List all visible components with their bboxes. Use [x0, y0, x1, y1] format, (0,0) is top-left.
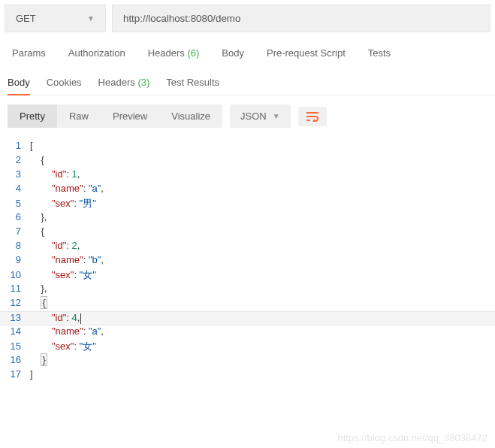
code-line[interactable]: 15 "sex": "女"	[0, 340, 495, 354]
code-line[interactable]: 14 "name": "a",	[0, 325, 495, 340]
line-number: 14	[0, 325, 30, 337]
line-number: 17	[0, 368, 30, 380]
line-content: "name": "b",	[30, 254, 104, 265]
line-content: "name": "a",	[30, 183, 104, 194]
line-number: 5	[0, 198, 30, 209]
code-line[interactable]: 5 "sex": "男"	[0, 197, 495, 211]
headers-count: (6)	[187, 47, 199, 59]
url-input[interactable]	[112, 5, 490, 32]
tab-prerequest[interactable]: Pre-request Script	[267, 47, 346, 59]
line-number: 15	[0, 341, 30, 352]
preview-button[interactable]: Preview	[101, 104, 159, 128]
line-content: },	[30, 283, 47, 294]
raw-button[interactable]: Raw	[57, 104, 101, 128]
request-bar: GET ▼	[0, 0, 495, 37]
code-line[interactable]: 6 },	[0, 211, 495, 226]
response-body[interactable]: 1[2 {3 "id": 1,4 "name": "a",5 "sex": "男…	[0, 137, 495, 390]
resp-tab-headers-label: Headers	[98, 77, 135, 88]
visualize-button[interactable]: Visualize	[159, 104, 222, 128]
view-mode-group: Pretty Raw Preview Visualize	[8, 104, 222, 128]
line-number: 16	[0, 354, 30, 365]
line-number: 11	[0, 283, 30, 294]
line-content: "name": "a",	[30, 325, 104, 337]
line-number: 8	[0, 240, 30, 251]
line-content: ]	[30, 368, 33, 380]
tab-tests[interactable]: Tests	[368, 47, 391, 59]
code-line[interactable]: 13 "id": 4,	[0, 311, 495, 325]
code-line[interactable]: 12 {	[0, 297, 495, 311]
line-content: {	[30, 154, 44, 165]
tab-headers-label: Headers	[148, 47, 185, 59]
code-line[interactable]: 1[	[0, 140, 495, 154]
text-cursor	[80, 313, 81, 324]
line-content: "sex": "女"	[30, 340, 96, 353]
tab-body[interactable]: Body	[222, 47, 244, 59]
code-line[interactable]: 17]	[0, 368, 495, 383]
line-number: 4	[0, 183, 30, 194]
chevron-down-icon: ▼	[87, 14, 95, 23]
format-value: JSON	[240, 110, 267, 122]
tab-headers[interactable]: Headers (6)	[148, 47, 200, 59]
code-line[interactable]: 4 "name": "a",	[0, 183, 495, 197]
line-content: {	[30, 297, 47, 308]
line-content: [	[30, 140, 33, 151]
wrap-lines-button[interactable]	[298, 107, 327, 126]
line-content: "id": 1,	[30, 168, 80, 180]
line-number: 3	[0, 168, 30, 180]
line-number: 6	[0, 211, 30, 222]
line-number: 9	[0, 254, 30, 265]
line-number: 10	[0, 269, 30, 280]
line-content: },	[30, 211, 47, 222]
code-line[interactable]: 3 "id": 1,	[0, 168, 495, 183]
line-number: 2	[0, 154, 30, 165]
line-number: 1	[0, 140, 30, 151]
resp-tab-cookies[interactable]: Cookies	[47, 72, 82, 95]
line-number: 7	[0, 226, 30, 237]
line-content: }	[30, 354, 47, 365]
code-line[interactable]: 7 {	[0, 226, 495, 240]
line-content: {	[30, 226, 44, 237]
code-line[interactable]: 10 "sex": "女"	[0, 268, 495, 283]
pretty-button[interactable]: Pretty	[8, 104, 57, 128]
line-content: "id": 2,	[30, 240, 80, 251]
line-content: "sex": "男"	[30, 197, 96, 210]
code-line[interactable]: 9 "name": "b",	[0, 254, 495, 268]
method-dropdown[interactable]: GET ▼	[5, 5, 106, 32]
code-line[interactable]: 2 {	[0, 154, 495, 168]
line-content: "sex": "女"	[30, 268, 96, 282]
chevron-down-icon: ▼	[273, 112, 280, 120]
resp-tab-headers[interactable]: Headers (3)	[98, 72, 150, 95]
request-tabs: Params Authorization Headers (6) Body Pr…	[0, 37, 495, 66]
tab-authorization[interactable]: Authorization	[68, 47, 125, 59]
response-toolbar: Pretty Raw Preview Visualize JSON ▼	[0, 95, 495, 137]
line-number: 13	[0, 312, 30, 323]
method-value: GET	[16, 13, 36, 24]
code-line[interactable]: 11 },	[0, 283, 495, 297]
resp-tab-body[interactable]: Body	[8, 72, 30, 95]
line-number: 12	[0, 297, 30, 308]
format-dropdown[interactable]: JSON ▼	[230, 104, 291, 128]
code-line[interactable]: 8 "id": 2,	[0, 240, 495, 254]
tab-params[interactable]: Params	[12, 47, 46, 59]
code-line[interactable]: 16 }	[0, 354, 495, 368]
wrap-icon	[306, 111, 319, 122]
response-tabs: Body Cookies Headers (3) Test Results	[0, 66, 495, 95]
resp-headers-count: (3)	[137, 77, 149, 88]
line-content: "id": 4,	[30, 312, 81, 324]
resp-tab-testresults[interactable]: Test Results	[166, 72, 219, 95]
